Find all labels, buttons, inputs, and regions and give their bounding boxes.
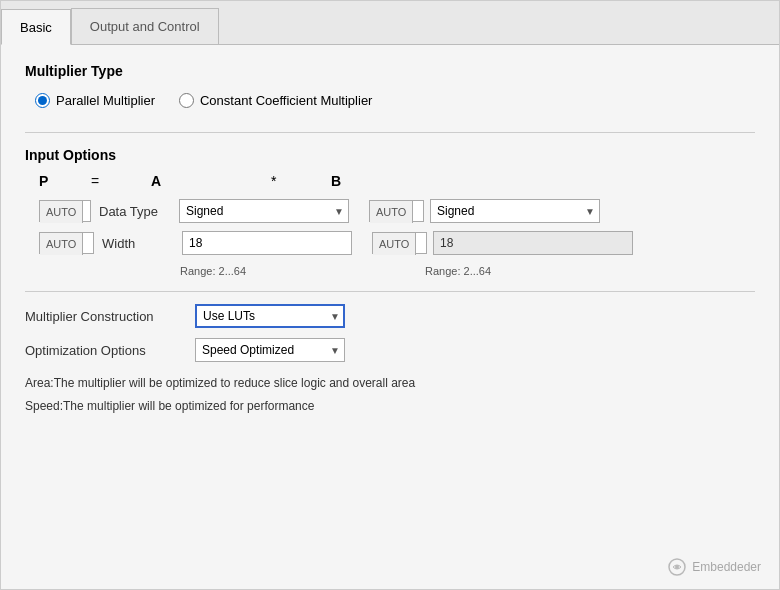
eq-b: B [331, 173, 421, 189]
data-type-row: AUTO Data Type Signed Unsigned ▼ AUTO [39, 199, 755, 223]
multiplier-type-title: Multiplier Type [25, 63, 755, 79]
info-line-1: Area:The multiplier will be optimized to… [25, 374, 755, 393]
select-wrapper-construction[interactable]: Use LUTs Use DSP Blocks Use Both ▼ [195, 304, 345, 328]
auto-btn-a-width[interactable]: AUTO [40, 233, 83, 255]
select-a-datatype[interactable]: Signed Unsigned [179, 199, 349, 223]
lower-divider [25, 291, 755, 292]
width-b-readonly: 18 [433, 231, 633, 255]
select-wrapper-optimization[interactable]: Speed Optimized Area Optimized ▼ [195, 338, 345, 362]
col-a-auto-datatype: AUTO [39, 200, 91, 222]
eq-eq: = [91, 173, 151, 189]
auto-btn-a-datatype[interactable]: AUTO [40, 201, 83, 223]
main-window: Basic Output and Control Multiplier Type… [0, 0, 780, 590]
optimization-options-row: Optimization Options Speed Optimized Are… [25, 338, 755, 362]
info-section: Area:The multiplier will be optimized to… [25, 374, 755, 416]
svg-point-1 [675, 565, 679, 569]
radio-parallel[interactable]: Parallel Multiplier [35, 93, 155, 108]
watermark-icon [667, 557, 687, 577]
select-wrapper-b-datatype[interactable]: Signed Unsigned ▼ [430, 199, 600, 223]
optimization-options-label: Optimization Options [25, 343, 185, 358]
auto-btn-b-width[interactable]: AUTO [373, 233, 416, 255]
radio-constant-input[interactable] [179, 93, 194, 108]
select-b-datatype[interactable]: Signed Unsigned [430, 199, 600, 223]
multiplier-construction-row: Multiplier Construction Use LUTs Use DSP… [25, 304, 755, 328]
select-wrapper-a-datatype[interactable]: Signed Unsigned ▼ [179, 199, 349, 223]
input-options-title: Input Options [25, 147, 755, 163]
select-construction[interactable]: Use LUTs Use DSP Blocks Use Both [195, 304, 345, 328]
auto-input-b-datatype: AUTO [369, 200, 424, 222]
auto-input-a-width: AUTO [39, 232, 94, 254]
range-row: Range: 2...64 Range: 2...64 [180, 263, 755, 277]
width-label: Width [102, 236, 182, 251]
eq-a: A [151, 173, 271, 189]
radio-parallel-input[interactable] [35, 93, 50, 108]
eq-p: P [39, 173, 91, 189]
select-optimization[interactable]: Speed Optimized Area Optimized [195, 338, 345, 362]
tab-bar: Basic Output and Control [1, 1, 779, 45]
eq-star: * [271, 173, 331, 189]
equation-header: P = A * B [39, 173, 755, 189]
data-type-label: Data Type [99, 204, 179, 219]
range-b-text: Range: 2...64 [425, 265, 595, 277]
auto-input-b-width: AUTO [372, 232, 427, 254]
tab-output-control[interactable]: Output and Control [71, 8, 219, 44]
width-row: AUTO Width AUTO 18 [39, 231, 755, 255]
radio-constant[interactable]: Constant Coefficient Multiplier [179, 93, 372, 108]
content-area: Multiplier Type Parallel Multiplier Cons… [1, 45, 779, 589]
section-divider [25, 132, 755, 133]
tab-basic[interactable]: Basic [1, 9, 71, 45]
watermark-text: Embeddeder [692, 560, 761, 574]
auto-input-a-datatype: AUTO [39, 200, 91, 222]
multiplier-type-group: Parallel Multiplier Constant Coefficient… [35, 93, 755, 108]
auto-btn-b-datatype[interactable]: AUTO [370, 201, 413, 223]
range-a-text: Range: 2...64 [180, 265, 350, 277]
width-a-input[interactable] [182, 231, 352, 255]
multiplier-construction-label: Multiplier Construction [25, 309, 185, 324]
info-line-2: Speed:The multiplier will be optimized f… [25, 397, 755, 416]
watermark: Embeddeder [667, 557, 761, 577]
